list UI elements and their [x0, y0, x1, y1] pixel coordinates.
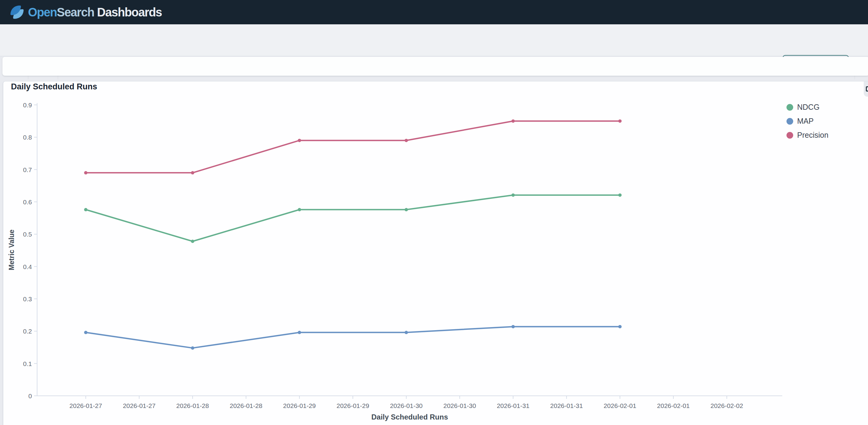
panel-menu-icon [866, 86, 868, 92]
x-axis-title: Daily Scheduled Runs [371, 413, 448, 421]
logo-text-open: Open [28, 5, 57, 19]
legend-label: MAP [797, 117, 813, 126]
legend-label: Precision [797, 131, 829, 139]
chart-panel [3, 81, 868, 425]
legend-dot [786, 104, 793, 111]
legend-item-ndcg[interactable]: NDCG [786, 103, 829, 111]
legend-dot [786, 118, 793, 125]
opensearch-logo-icon [10, 5, 24, 20]
opensearch-logo[interactable]: OpenSearch Dashboards [10, 5, 167, 20]
top-toolbar: Dashboards Pointwise Daily Scheduled Run… [0, 24, 868, 56]
legend-item-map[interactable]: MAP [786, 117, 829, 126]
legend-dot [786, 132, 793, 139]
panel-title: Daily Scheduled Runs [11, 82, 97, 92]
legend-item-precision[interactable]: Precision [786, 131, 829, 139]
legend-label: NDCG [797, 103, 819, 111]
logo-text-search: Search [57, 5, 94, 19]
chart-legend: NDCGMAPPrecision [786, 103, 829, 145]
filter-bar-panel [2, 57, 868, 76]
panel-menu-button[interactable] [864, 81, 868, 97]
logo-text-dashboards: Dashboards [94, 5, 162, 19]
opensearch-dashboards-app: OpenSearch Dashboards Dashboards Pointwi… [0, 0, 868, 425]
app-title: OpenSearch Dashboards [28, 5, 162, 20]
app-header: OpenSearch Dashboards [0, 0, 868, 24]
y-axis-title: Metric Value [8, 230, 16, 270]
